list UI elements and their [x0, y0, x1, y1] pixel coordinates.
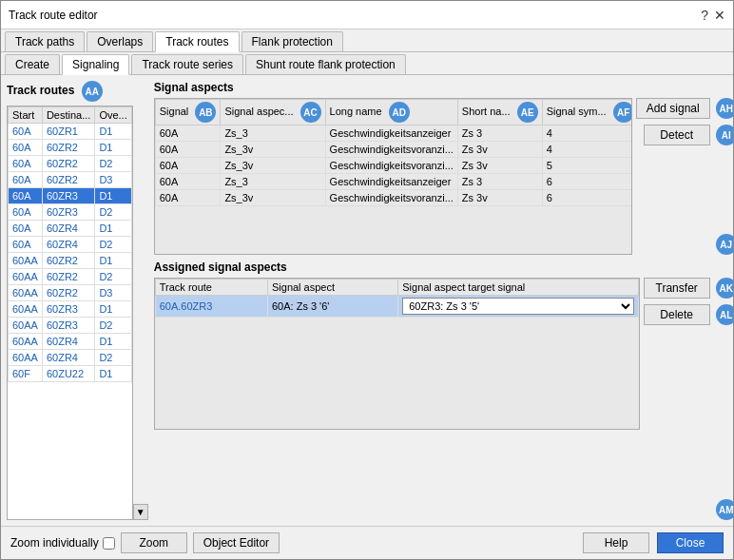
cell-short: Zs 3	[457, 126, 542, 142]
badge-aj: AJ	[716, 234, 733, 255]
help-icon[interactable]: ?	[701, 8, 708, 23]
cell-aspect: Zs_3	[221, 126, 325, 142]
cell-ove: D2	[95, 156, 131, 172]
footer-left: Zoom individually Zoom Object Editor	[10, 532, 575, 553]
table-row[interactable]: 60A 60ZR2 D3	[9, 172, 132, 188]
table-row[interactable]: 60AA 60ZR2 D2	[9, 269, 132, 285]
left-panel: Track routes AA Start Destina... Ove...	[7, 81, 148, 520]
detect-button[interactable]: Detect	[644, 125, 710, 145]
footer: Zoom individually Zoom Object Editor Hel…	[1, 526, 733, 559]
tab-flank-protection[interactable]: Flank protection	[241, 31, 343, 51]
close-button[interactable]: Close	[657, 532, 724, 553]
table-row[interactable]: 60A 60ZR4 D2	[9, 237, 132, 253]
col-start[interactable]: Start	[9, 107, 43, 124]
table-row[interactable]: 60AA 60ZR4 D2	[9, 350, 132, 366]
cell-target-signal[interactable]: 60ZR3: Zs 3 '5'60ZR3: Zs 3 '4'60ZR3: Zs …	[398, 296, 638, 318]
cell-long: Geschwindigkeitsvoranzi...	[325, 142, 457, 158]
table-row[interactable]: 60A 60ZR3 D2	[9, 204, 132, 221]
assigned-table-container[interactable]: Track route Signal aspect Signal aspect …	[154, 278, 640, 430]
close-icon[interactable]: ✕	[714, 8, 725, 23]
signal-table-container[interactable]: Signal AB Signal aspec... AC Long name	[154, 98, 632, 255]
table-row[interactable]: 60A 60ZR2 D2	[9, 156, 132, 172]
track-routes-title: Track routes	[7, 84, 74, 97]
cell-aspect: Zs_3	[221, 174, 325, 190]
table-row[interactable]: 60F 60ZU22 D1	[9, 366, 132, 382]
table-row[interactable]: 60A Zs_3 Geschwindigkeitsanzeiger Zs 3 4	[155, 126, 631, 142]
col-destina[interactable]: Destina...	[42, 107, 94, 124]
cell-start: 60AA	[9, 253, 43, 269]
col-target-signal[interactable]: Signal aspect target signal	[398, 280, 638, 296]
cell-long: Geschwindigkeitsanzeiger	[325, 126, 457, 142]
col-signal-aspect-assigned[interactable]: Signal aspect	[267, 280, 397, 296]
zoom-button[interactable]: Zoom	[121, 532, 187, 553]
table-row[interactable]: 60AA 60ZR3 D1	[9, 301, 132, 318]
table-row[interactable]: 60A 60ZR1 D1	[9, 124, 132, 140]
tab-track-routes[interactable]: Track routes	[155, 31, 239, 52]
cell-start: 60A	[9, 140, 43, 156]
table-row[interactable]: 60A Zs_3 Geschwindigkeitsanzeiger Zs 3 6	[155, 174, 631, 190]
cell-start: 60AA	[9, 350, 43, 366]
help-button[interactable]: Help	[583, 532, 649, 553]
transfer-button[interactable]: Transfer	[644, 278, 710, 299]
delete-button[interactable]: Delete	[644, 304, 710, 325]
object-editor-button[interactable]: Object Editor	[193, 532, 280, 553]
tab-create[interactable]: Create	[5, 54, 60, 74]
target-signal-select[interactable]: 60ZR3: Zs 3 '5'60ZR3: Zs 3 '4'60ZR3: Zs …	[402, 298, 633, 315]
window-title: Track route editor	[9, 9, 98, 22]
signal-aspects-section: Signal aspects Signal AB	[154, 81, 733, 255]
col-track-route[interactable]: Track route	[155, 280, 267, 296]
cell-start: 60A	[9, 124, 43, 140]
cell-ove: D1	[95, 221, 131, 237]
badge-ae: AE	[517, 102, 538, 123]
col-signal-sym[interactable]: Signal sym... AF	[542, 100, 631, 126]
col-short-name[interactable]: Short na... AE	[457, 100, 542, 126]
track-routes-table: Start Destina... Ove... 60A 60ZR1 D1 60A…	[8, 106, 132, 382]
table-row[interactable]: 60A 60ZR4 D1	[9, 221, 132, 237]
table-row[interactable]: 60AA 60ZR2 D1	[9, 253, 132, 269]
tab-track-route-series[interactable]: Track route series	[131, 54, 243, 74]
table-row[interactable]: 60A Zs_3v Geschwindigkeitsvoranzi... Zs …	[155, 158, 631, 174]
table-row[interactable]: 60A.60ZR3 60A: Zs 3 '6' 60ZR3: Zs 3 '5'6…	[155, 296, 638, 318]
add-signal-button[interactable]: Add signal	[636, 98, 710, 119]
table-row[interactable]: 60AA 60ZR2 D3	[9, 285, 132, 301]
cell-dest: 60ZR3	[42, 318, 94, 334]
cell-long: Geschwindigkeitsvoranzi...	[325, 190, 457, 206]
cell-ove: D2	[95, 269, 131, 285]
table-row[interactable]: 60AA 60ZR3 D2	[9, 318, 132, 334]
zoom-individually-checkbox[interactable]	[103, 537, 115, 550]
cell-ove: D1	[95, 253, 131, 269]
table-row[interactable]: 60A 60ZR2 D1	[9, 140, 132, 156]
cell-sym: 6	[542, 190, 631, 206]
cell-start: 60A	[9, 156, 43, 172]
cell-ove: D2	[95, 237, 131, 253]
tab-overlaps[interactable]: Overlaps	[87, 31, 153, 51]
col-long-name[interactable]: Long name AD	[325, 100, 457, 126]
main-window: Track route editor ? ✕ Track paths Overl…	[0, 0, 734, 560]
track-routes-table-wrap: Start Destina... Ove... 60A 60ZR1 D1 60A…	[7, 106, 148, 520]
assigned-section: Assigned signal aspects Track route Sign…	[154, 261, 733, 520]
transfer-delete-buttons: Transfer AK Delete AL AM	[644, 278, 733, 520]
track-routes-table-container[interactable]: Start Destina... Ove... 60A 60ZR1 D1 60A…	[7, 106, 133, 520]
col-signal-aspect[interactable]: Signal aspec... AC	[221, 100, 325, 126]
tab-shunt-route-flank[interactable]: Shunt route flank protection	[245, 54, 406, 74]
cell-ove: D2	[95, 204, 131, 221]
cell-dest: 60ZR2	[42, 156, 94, 172]
scroll-down-btn[interactable]: ▼	[133, 504, 148, 520]
tab-track-paths[interactable]: Track paths	[5, 31, 85, 51]
assigned-table: Track route Signal aspect Signal aspect …	[155, 279, 639, 318]
table-row[interactable]: 60A 60ZR3 D1	[9, 188, 132, 204]
zoom-individually-label: Zoom individually	[10, 536, 115, 550]
table-row[interactable]: 60AA 60ZR4 D1	[9, 334, 132, 350]
tab-signaling[interactable]: Signaling	[62, 54, 129, 75]
cell-start: 60AA	[9, 301, 43, 318]
cell-long: Geschwindigkeitsvoranzi...	[325, 158, 457, 174]
table-row[interactable]: 60A Zs_3v Geschwindigkeitsvoranzi... Zs …	[155, 142, 631, 158]
col-signal[interactable]: Signal AB	[155, 100, 221, 126]
cell-signal: 60A	[155, 158, 221, 174]
col-ove[interactable]: Ove...	[95, 107, 131, 124]
cell-start: 60AA	[9, 334, 43, 350]
signal-table-wrapper: Signal AB Signal aspec... AC Long name	[154, 98, 733, 255]
badge-am: AM	[716, 499, 733, 520]
cell-dest: 60ZR3	[42, 204, 94, 221]
table-row[interactable]: 60A Zs_3v Geschwindigkeitsvoranzi... Zs …	[155, 190, 631, 206]
